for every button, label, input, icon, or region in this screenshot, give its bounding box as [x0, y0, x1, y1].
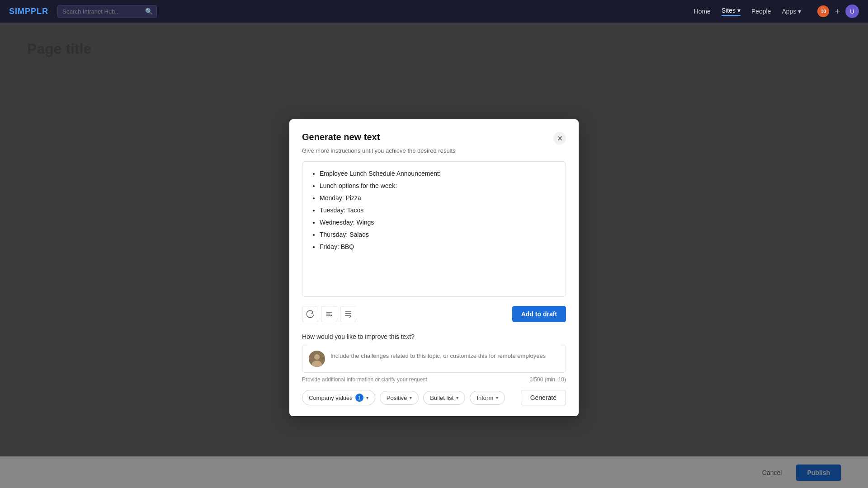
- logo: SIMPPLR: [9, 7, 48, 16]
- add-to-draft-button[interactable]: Add to draft: [512, 306, 566, 322]
- filters-row: Company values 1 ▾ Positive ▾ Bullet lis…: [302, 390, 566, 405]
- list-item: Wednesday: Wings: [320, 218, 557, 227]
- search-input[interactable]: [62, 8, 143, 15]
- nav-home[interactable]: Home: [694, 8, 711, 15]
- add-button[interactable]: +: [835, 6, 840, 17]
- chevron-down-icon: ▾: [456, 395, 458, 400]
- close-button[interactable]: ✕: [553, 132, 566, 145]
- adjust-length-button[interactable]: [321, 306, 337, 322]
- toolbar-left: [302, 306, 356, 322]
- char-count-row: Provide additional information or clarif…: [302, 376, 566, 383]
- generate-button[interactable]: Generate: [521, 390, 566, 405]
- filter-positive-label: Positive: [387, 394, 407, 401]
- generate-text-modal: Generate new text ✕ Give more instructio…: [289, 119, 579, 416]
- improve-input-wrapper: [302, 345, 566, 373]
- notification-badge[interactable]: 10: [817, 5, 829, 17]
- modal-header: Generate new text ✕: [302, 132, 566, 145]
- search-wrapper: 🔍: [57, 5, 157, 18]
- list-item: Thursday: Salads: [320, 230, 557, 239]
- user-avatar[interactable]: U: [845, 5, 859, 18]
- nav-people[interactable]: People: [751, 8, 771, 15]
- char-count: 0/500 (min. 10): [529, 376, 566, 383]
- regenerate-button[interactable]: [302, 306, 318, 322]
- format-button[interactable]: [340, 306, 356, 322]
- list-item: Lunch options for the week:: [320, 181, 557, 191]
- list-item: Monday: Pizza: [320, 193, 557, 203]
- modal-subtitle: Give more instructions until you achieve…: [302, 147, 566, 154]
- nav-sites[interactable]: Sites ▾: [722, 7, 741, 16]
- list-item: Friday: BBQ: [320, 242, 557, 252]
- improve-textarea[interactable]: [330, 351, 559, 366]
- filter-company-values-label: Company values: [309, 394, 353, 401]
- filter-company-values[interactable]: Company values 1 ▾: [302, 390, 375, 405]
- char-hint: Provide additional information or clarif…: [302, 376, 427, 383]
- modal-title: Generate new text: [302, 132, 380, 142]
- svg-point-8: [314, 354, 320, 360]
- list-item: Employee Lunch Schedule Announcement:: [320, 169, 557, 178]
- content-list: Employee Lunch Schedule Announcement: Lu…: [311, 169, 557, 252]
- nav-apps[interactable]: Apps ▾: [782, 8, 802, 15]
- topbar-actions: 10 + U: [817, 5, 859, 18]
- filter-positive[interactable]: Positive ▾: [380, 391, 419, 405]
- filter-bullet-list-label: Bullet list: [430, 394, 453, 401]
- improve-label: How would you like to improve this text?: [302, 333, 566, 340]
- chevron-down-icon: ▾: [366, 395, 368, 400]
- list-item: Tuesday: Tacos: [320, 206, 557, 215]
- filter-company-values-badge: 1: [355, 394, 363, 402]
- topbar: SIMPPLR 🔍 Home Sites ▾ People Apps ▾ 10 …: [0, 0, 868, 23]
- content-toolbar: Add to draft: [302, 302, 566, 326]
- chevron-down-icon: ▾: [410, 395, 412, 400]
- search-icon[interactable]: 🔍: [145, 8, 153, 15]
- filter-bullet-list[interactable]: Bullet list ▾: [423, 391, 465, 405]
- user-avatar-small: [309, 351, 325, 367]
- chevron-down-icon: ▾: [496, 395, 498, 400]
- filter-inform[interactable]: Inform ▾: [470, 391, 505, 405]
- svg-marker-3: [331, 314, 332, 316]
- top-nav: Home Sites ▾ People Apps ▾: [694, 7, 802, 16]
- filter-inform-label: Inform: [476, 394, 493, 401]
- generated-content-area: Employee Lunch Schedule Announcement: Lu…: [302, 161, 566, 297]
